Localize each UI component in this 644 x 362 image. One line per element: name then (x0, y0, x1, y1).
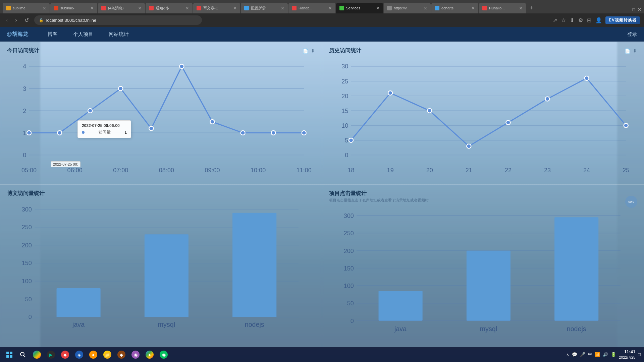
svg-text:100: 100 (22, 278, 32, 285)
svg-point-26 (302, 131, 306, 135)
tab-label-tab5: 写文章-C (203, 6, 230, 11)
svg-text:0: 0 (351, 317, 354, 324)
terminal-icon-circle: ▶ (47, 351, 55, 359)
tab-close-tab6[interactable]: ✕ (281, 6, 284, 11)
nav-login-button[interactable]: 登录 (627, 31, 637, 38)
sidebar-icon[interactable]: ⊟ (586, 16, 592, 24)
close-button[interactable]: ✕ (638, 7, 641, 12)
tab-tab3[interactable]: (4条消息)✕ (98, 3, 145, 13)
date-display: 2022/7/25 (619, 355, 635, 360)
tab-favicon-tab8 (339, 6, 344, 10)
tab-close-tab7[interactable]: ✕ (328, 6, 332, 11)
chrome-icon[interactable] (30, 348, 44, 361)
tab-close-tab11[interactable]: ✕ (519, 6, 523, 11)
tab-close-tab9[interactable]: ✕ (424, 6, 427, 11)
input-method-label[interactable]: 中 (588, 352, 592, 357)
terminal-icon[interactable]: ▶ (44, 348, 58, 361)
taskbar-search-button[interactable] (17, 349, 29, 361)
tab-favicon-tab11 (482, 6, 487, 10)
nav-link-stats[interactable]: 网站统计 (106, 30, 131, 39)
start-button[interactable] (3, 349, 15, 361)
file-manager-icon[interactable]: 📁 (101, 348, 114, 361)
tab-close-tab8[interactable]: ✕ (376, 6, 380, 11)
chrome2-icon[interactable]: ● (143, 348, 156, 361)
git-icon[interactable]: ◆ (58, 348, 72, 361)
notifications-icon[interactable]: □ (638, 352, 641, 357)
new-tab-button[interactable]: + (527, 3, 536, 13)
purple-app-icon[interactable]: ◉ (129, 348, 142, 361)
today-visits-icons: 📄 ⬇ (303, 48, 315, 54)
forward-button[interactable]: › (13, 16, 19, 24)
wechat-tray-icon[interactable]: 💬 (572, 352, 577, 357)
volume-icon[interactable]: 🔊 (603, 352, 608, 357)
svg-point-22 (179, 64, 184, 69)
history-visits-icons: 📄 ⬇ (625, 48, 637, 54)
x-label-indicator: 2022-07-25 00: (51, 161, 80, 167)
tab-tab8[interactable]: Services✕ (336, 3, 383, 13)
svg-text:09:00: 09:00 (205, 167, 220, 174)
share-icon[interactable]: ↗ (552, 16, 558, 24)
taskbar-apps: ▶◆◈●📁◆◉●◉ (30, 348, 170, 361)
wifi-icon[interactable]: 📶 (595, 352, 600, 357)
svg-text:10: 10 (341, 122, 348, 129)
tab-favicon-tab2 (54, 6, 58, 10)
chevron-up-icon[interactable]: ∧ (566, 352, 569, 357)
maximize-button[interactable]: □ (632, 7, 635, 12)
svg-text:250: 250 (22, 224, 32, 231)
tab-tab1[interactable]: sublime✕ (3, 3, 50, 13)
today-doc-icon[interactable]: 📄 (303, 48, 308, 54)
tab-close-tab5[interactable]: ✕ (233, 6, 237, 11)
tab-close-tab10[interactable]: ✕ (471, 6, 475, 11)
tab-close-tab4[interactable]: ✕ (185, 6, 189, 11)
tab-tab4[interactable]: 通知-消-✕ (146, 3, 193, 13)
today-download-icon[interactable]: ⬇ (311, 48, 315, 54)
download-icon[interactable]: ⬇ (569, 16, 575, 24)
svg-text:30: 30 (341, 63, 348, 70)
tab-close-tab2[interactable]: ✕ (90, 6, 94, 11)
nav-link-projects[interactable]: 个人项目 (70, 30, 96, 39)
profile-icon[interactable]: 👤 (595, 16, 603, 24)
minimize-button[interactable]: — (625, 7, 630, 12)
back-button[interactable]: ‹ (4, 16, 10, 24)
orange-app-icon[interactable]: ● (87, 348, 100, 361)
svg-text:06:00: 06:00 (67, 167, 83, 174)
history-download-icon[interactable]: ⬇ (633, 48, 637, 54)
wechat-tray-app-icon[interactable]: ◉ (157, 348, 170, 361)
taskbar-clock[interactable]: 11:41 2022/7/25 (619, 349, 635, 360)
today-visits-tooltip: 2022-07-25 00:06:00 访问量 1 (77, 120, 131, 138)
extensions-icon[interactable]: ⚙ (578, 16, 584, 24)
tab-tab6[interactable]: 配置所需✕ (241, 3, 288, 13)
microphone-icon[interactable]: 🎤 (580, 352, 585, 357)
project-clicks-header: 项目点击量统计 项目点击量指点击了仓库地址或者查看了演示地址或者视频时 (329, 190, 637, 203)
tab-close-tab1[interactable]: ✕ (43, 6, 46, 11)
ev-badge: EV视频转换器 (605, 16, 640, 24)
battery-icon[interactable]: 🔋 (611, 352, 616, 357)
tab-tab9[interactable]: https://v...✕ (384, 3, 431, 13)
svg-rect-75 (232, 213, 276, 317)
tab-close-tab3[interactable]: ✕ (138, 6, 142, 11)
right-scroll-indicator[interactable]: 00:0 (625, 196, 637, 208)
tab-label-tab9: https://v... (394, 6, 420, 10)
tab-tab10[interactable]: echarts✕ (431, 3, 478, 13)
tab-label-tab6: 配置所需 (251, 6, 277, 11)
history-doc-icon[interactable]: 📄 (625, 48, 630, 54)
nav-link-blog[interactable]: 博客 (45, 30, 60, 39)
project-clicks-subtitle: 项目点击量指点击了仓库地址或者查看了演示地址或者视频时 (329, 198, 429, 203)
svg-text:08:00: 08:00 (159, 167, 174, 174)
vscode-icon[interactable]: ◈ (72, 348, 86, 361)
scroll-text: 00:0 (628, 200, 634, 203)
tab-tab7[interactable]: Handb...✕ (288, 3, 335, 13)
tooltip-value: 1 (124, 130, 127, 135)
svg-text:15: 15 (341, 108, 348, 114)
svg-text:0: 0 (29, 314, 32, 320)
refresh-button[interactable]: ↺ (22, 16, 31, 24)
brown-app-icon[interactable]: ◆ (115, 348, 128, 361)
svg-text:250: 250 (344, 230, 354, 237)
tab-tab11[interactable]: Huhailо...✕ (479, 3, 526, 13)
tab-favicon-tab10 (435, 6, 439, 10)
bookmark-icon[interactable]: ☆ (560, 16, 567, 24)
tab-tab2[interactable]: sublime-✕ (50, 3, 97, 13)
url-bar[interactable]: 🔒 localhost:3000/chatOnline (34, 15, 202, 25)
tab-tab5[interactable]: 写文章-C✕ (193, 3, 240, 13)
tab-label-tab8: Services (346, 6, 373, 10)
